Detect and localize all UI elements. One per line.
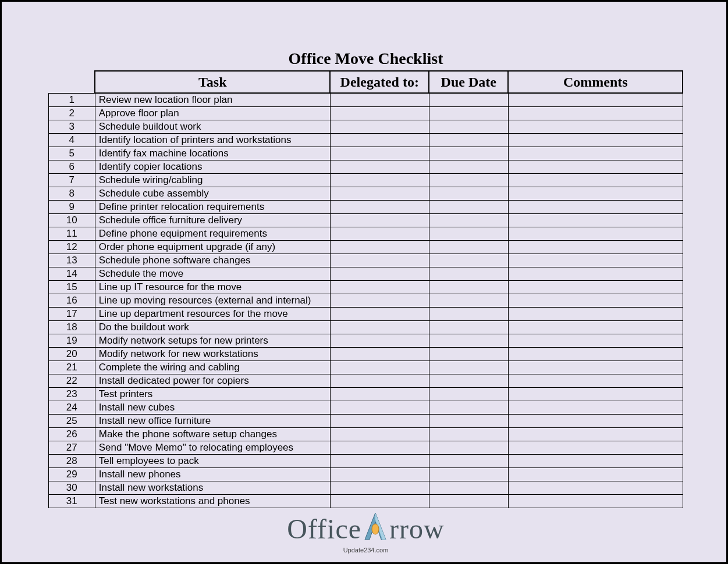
page: Office Move Checklist Task Delegated to:… — [2, 2, 728, 562]
row-delegated-to — [330, 294, 429, 308]
row-due-date — [429, 241, 508, 254]
table-row: 20Modify network for new workstations — [48, 348, 683, 361]
row-comments — [508, 267, 683, 281]
row-task: Identify location of printers and workst… — [95, 134, 330, 147]
header-delegated: Delegated to: — [330, 71, 429, 93]
row-comments — [508, 147, 683, 160]
row-comments — [508, 361, 683, 374]
row-task: Line up IT resource for the move — [95, 281, 330, 294]
table-row: 23Test printers — [48, 388, 683, 401]
row-due-date — [429, 481, 508, 495]
table-row: 2Approve floor plan — [48, 107, 683, 120]
row-due-date — [429, 107, 508, 120]
row-number: 8 — [48, 187, 95, 201]
header-comments: Comments — [508, 71, 683, 93]
row-task: Make the phone software setup changes — [95, 428, 330, 441]
row-delegated-to — [330, 374, 429, 388]
table-row: 10Schedule office furniture delivery — [48, 214, 683, 227]
row-number: 7 — [48, 174, 95, 187]
row-number: 11 — [48, 227, 95, 241]
header-task: Task — [95, 71, 330, 93]
row-due-date — [429, 441, 508, 455]
table-row: 29Install new phones — [48, 468, 683, 481]
table-header-row: Task Delegated to: Due Date Comments — [48, 71, 683, 93]
row-comments — [508, 334, 683, 348]
row-task: Install new office furniture — [95, 415, 330, 428]
row-due-date — [429, 201, 508, 214]
row-number: 30 — [48, 481, 95, 495]
row-due-date — [429, 227, 508, 241]
row-comments — [508, 441, 683, 455]
row-number: 5 — [48, 147, 95, 160]
logo-word-2: rrow — [389, 513, 445, 545]
table-row: 22Install dedicated power for copiers — [48, 374, 683, 388]
row-delegated-to — [330, 214, 429, 227]
table-row: 15Line up IT resource for the move — [48, 281, 683, 294]
row-number: 3 — [48, 120, 95, 134]
table-row: 21Complete the wiring and cabling — [48, 361, 683, 374]
row-delegated-to — [330, 160, 429, 174]
row-comments — [508, 107, 683, 120]
row-delegated-to — [330, 428, 429, 441]
table-row: 1Review new location floor plan — [48, 93, 683, 107]
row-task: Modify network for new workstations — [95, 348, 330, 361]
table-row: 19Modify network setups for new printers — [48, 334, 683, 348]
row-number: 25 — [48, 415, 95, 428]
row-comments — [508, 174, 683, 187]
row-delegated-to — [330, 227, 429, 241]
row-task: Test printers — [95, 388, 330, 401]
row-task: Review new location floor plan — [95, 93, 330, 107]
header-due: Due Date — [429, 71, 508, 93]
row-task: Line up department resources for the mov… — [95, 308, 330, 321]
table-row: 5Identify fax machine locations — [48, 147, 683, 160]
row-delegated-to — [330, 107, 429, 120]
table-row: 17Line up department resources for the m… — [48, 308, 683, 321]
table-row: 14Schedule the move — [48, 267, 683, 281]
row-task: Identify copier locations — [95, 160, 330, 174]
row-due-date — [429, 468, 508, 481]
row-comments — [508, 321, 683, 334]
row-due-date — [429, 160, 508, 174]
row-due-date — [429, 134, 508, 147]
row-due-date — [429, 281, 508, 294]
row-task: Do the buildout work — [95, 321, 330, 334]
row-due-date — [429, 174, 508, 187]
checklist-table: Task Delegated to: Due Date Comments 1Re… — [48, 70, 684, 508]
row-number: 2 — [48, 107, 95, 120]
row-number: 28 — [48, 455, 95, 468]
table-row: 6Identify copier locations — [48, 160, 683, 174]
row-task: Tell employees to pack — [95, 455, 330, 468]
row-comments — [508, 254, 683, 267]
row-delegated-to — [330, 93, 429, 107]
row-due-date — [429, 254, 508, 267]
row-delegated-to — [330, 455, 429, 468]
row-delegated-to — [330, 441, 429, 455]
table-row: 9Define printer relocation requirements — [48, 201, 683, 214]
row-number: 26 — [48, 428, 95, 441]
row-due-date — [429, 415, 508, 428]
row-delegated-to — [330, 321, 429, 334]
row-task: Line up moving resources (external and i… — [95, 294, 330, 308]
source-link: Update234.com — [2, 547, 728, 554]
row-due-date — [429, 308, 508, 321]
row-comments — [508, 308, 683, 321]
row-task: Approve floor plan — [95, 107, 330, 120]
row-number: 18 — [48, 321, 95, 334]
row-task: Install dedicated power for copiers — [95, 374, 330, 388]
header-blank — [48, 71, 95, 93]
page-title: Office Move Checklist — [2, 2, 728, 70]
row-delegated-to — [330, 348, 429, 361]
row-delegated-to — [330, 147, 429, 160]
row-delegated-to — [330, 401, 429, 415]
row-due-date — [429, 93, 508, 107]
row-number: 24 — [48, 401, 95, 415]
row-due-date — [429, 294, 508, 308]
row-comments — [508, 495, 683, 508]
table-row: 28Tell employees to pack — [48, 455, 683, 468]
row-task: Order phone equipment upgrade (if any) — [95, 241, 330, 254]
row-due-date — [429, 428, 508, 441]
row-delegated-to — [330, 241, 429, 254]
row-task: Schedule cube assembly — [95, 187, 330, 201]
table-row: 16Line up moving resources (external and… — [48, 294, 683, 308]
row-task: Identify fax machine locations — [95, 147, 330, 160]
